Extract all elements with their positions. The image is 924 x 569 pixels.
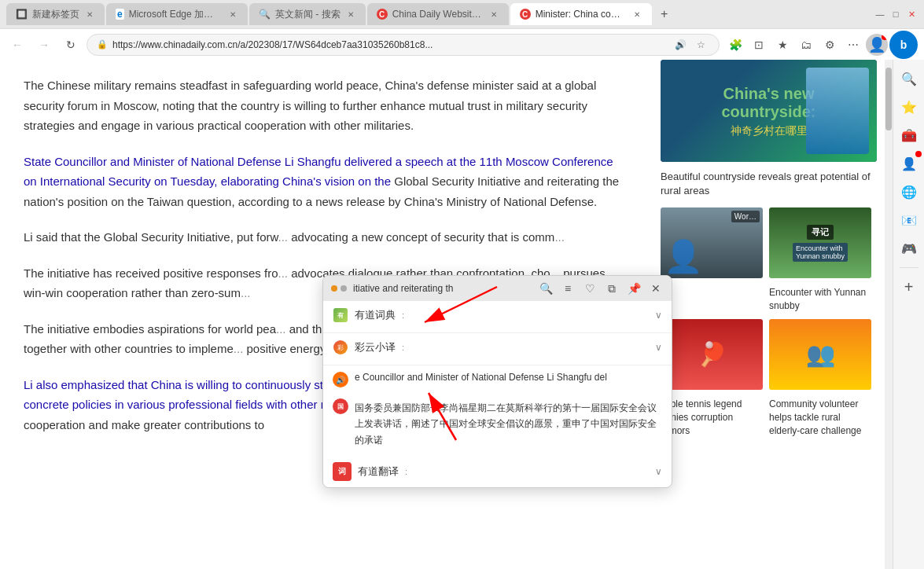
caiyun-header: 彩 彩云小译 : ∨ [333,340,662,355]
popup-close-icon[interactable]: ✕ [648,281,664,296]
tab-label-1: 新建标签页 [32,8,79,21]
popup-search-icon[interactable]: 🔍 [538,281,554,296]
browser-chrome: 🔲 新建标签页 ✕ e Microsoft Edge 加载… ✕ 🔍 英文新闻 … [0,0,924,60]
bing-sidebar: 🔍 ⭐ 🧰 👤 🌐 📧 🎮 + [893,60,924,569]
caiyun-expand[interactable]: ∨ [655,342,662,353]
youdao-section: 有 有道词典 : ∨ [323,301,672,333]
refresh-button[interactable]: ↻ [60,34,82,56]
popup-dots [331,285,347,292]
youdao-more[interactable]: : [402,310,404,320]
popup-pin-icon[interactable]: 📌 [626,281,642,296]
news-thumb-tennis[interactable]: 🏓 [661,319,763,390]
tab-label-4: China Daily Website - … [392,9,484,20]
news-item-community-text: Community volunteer helps tackle rural e… [769,398,871,437]
youdao-icon: 有 [333,307,348,323]
popup-menu-icon[interactable]: ≡ [560,281,576,296]
news-thumb-community[interactable]: 👥 [769,319,871,390]
popup-copy-icon[interactable]: ⧉ [604,281,620,296]
profile-notification [915,151,922,157]
youdao-header: 有 有道词典 : ∨ [333,307,662,323]
tab-search[interactable]: 🔍 英文新闻 - 搜索 ✕ [249,3,366,25]
news-thumb-man[interactable]: 👤 Wor… [661,207,763,278]
split-view-button[interactable]: ⊡ [748,34,770,56]
scrollbar-track [885,60,893,569]
maximize-button[interactable]: □ [889,8,902,20]
popup-dot-2 [341,285,347,292]
window-controls: — □ ✕ [874,8,918,20]
caiyun-section: 彩 彩云小译 : ∨ 🔊 e Councillor and Minister o… [323,333,672,456]
news-row-2-text: Table tennis legend denies corruption ru… [661,398,877,437]
tab-new-tab[interactable]: 🔲 新建标签页 ✕ [6,3,105,25]
new-tab-button[interactable]: + [653,3,676,25]
news-row-1-text: Encounter with Yunnan snubby [661,286,877,313]
caiyun-source-text: e Councillor and Minister of National De… [355,370,607,384]
bing-search-icon[interactable]: 🔍 [896,66,922,91]
tab-minister[interactable]: C Minister: China comm… ✕ [510,3,652,25]
tab-label-5: Minister: China comm… [536,9,627,20]
banner-text-2: countryside: [721,103,815,121]
tab-close-5[interactable]: ✕ [631,9,642,20]
url-text: https://www.chinadaily.com.cn/a/202308/1… [112,39,667,50]
tab-close-4[interactable]: ✕ [488,9,499,20]
yunnan-badge-en: Encounter withYunnan snubby [793,243,848,262]
caiyun-chinese-speaker-icon[interactable]: 国 [333,398,348,414]
bing-profile-icon[interactable]: 👤 [896,151,922,176]
haodao-header: 词 有道翻译 : ∨ [333,462,662,481]
caiyun-speaker-icon[interactable]: 🔊 [333,372,348,387]
bing-add-icon[interactable]: + [896,274,922,299]
caiyun-more[interactable]: : [402,343,404,352]
news-item-yunnan-text: Encounter with Yunnan snubby [769,286,871,313]
bing-games-icon[interactable]: 🎮 [896,236,922,261]
news-sidebar: China's new countryside: 神奇乡村在哪里 Beautif… [653,60,885,569]
notification-dot [882,34,888,40]
article-link-1[interactable]: State Councillor and Minister of Nationa… [24,155,613,189]
browser-settings[interactable]: ⚙ [819,34,841,56]
bing-tools-icon[interactable]: 🧰 [896,123,922,148]
url-actions: 🔊 ☆ [672,36,709,53]
tab-close-1[interactable]: ✕ [84,9,95,20]
popup-heart-icon[interactable]: ♡ [582,281,598,296]
bookmark-icon[interactable]: ☆ [692,36,709,53]
news-thumb-yunnan[interactable]: 寻记 Encounter withYunnan snubby [769,207,871,278]
bing-favorites-icon[interactable]: ⭐ [896,94,922,119]
extensions-button[interactable]: 🧩 [724,34,746,56]
translation-popup: itiative and reiterating th 🔍 ≡ ♡ ⧉ 📌 ✕ … [322,275,672,488]
tab-close-3[interactable]: ✕ [345,9,356,20]
collections-button[interactable]: 🗂 [795,34,817,56]
article-paragraph-2: State Councillor and Minister of Nationa… [24,152,629,212]
news-row-2: 🏓 👥 [661,319,877,390]
profile-button[interactable]: 👤 [866,34,888,56]
tab-chinadaily[interactable]: C China Daily Website - … ✕ [367,3,509,25]
article-paragraph-3: Li said that the Global Security Initiat… [24,227,629,248]
bing-orb-icon[interactable]: 🌐 [896,179,922,204]
youdao-expand[interactable]: ∨ [655,310,662,321]
more-tools[interactable]: ⋯ [842,34,864,56]
minimize-button[interactable]: — [874,8,886,20]
caiyun-header-row: 彩 彩云小译 : ∨ [323,333,672,365]
toolbar-actions: 🧩 ⊡ ★ 🗂 ⚙ ⋯ 👤 b [724,31,918,59]
caiyun-chinese-text: 国务委员兼国防部长李尚福星期二在莫斯科举行的第十一届国际安全会议上发表讲话，阐述… [355,397,662,451]
tab-close-2[interactable]: ✕ [227,9,238,20]
bing-outlook-icon[interactable]: 📧 [896,207,922,233]
news-item-1-text [661,286,763,313]
url-bar[interactable]: 🔒 https://www.chinadaily.com.cn/a/202308… [87,34,720,56]
haodao-more[interactable]: : [405,467,407,476]
read-aloud-icon[interactable]: 🔊 [672,36,689,53]
news-row-1: 👤 Wor… 寻记 Encounter withYunnan snubby [661,207,877,278]
news-badge-1: Wor… [731,211,760,222]
caiyun-icon: 彩 [333,340,348,355]
haodao-expand[interactable]: ∨ [655,466,662,477]
caiyun-source-row: 🔊 e Councillor and Minister of National … [323,365,672,392]
bing-button[interactable]: b [889,31,918,59]
youdao-title: 有道词典 [355,308,396,322]
tab-edge[interactable]: e Microsoft Edge 加载… ✕ [106,3,248,25]
scrollbar-thumb[interactable] [885,68,892,130]
tab-bar: 🔲 新建标签页 ✕ e Microsoft Edge 加载… ✕ 🔍 英文新闻 … [0,0,924,28]
news-banner[interactable]: China's new countryside: 神奇乡村在哪里 [661,60,877,162]
sidebar-divider [900,267,918,268]
haodao-icon: 词 [333,462,352,481]
favorites-button[interactable]: ★ [771,34,793,56]
back-button[interactable]: ← [6,34,28,56]
forward-button[interactable]: → [33,34,55,56]
close-button[interactable]: ✕ [905,8,918,20]
